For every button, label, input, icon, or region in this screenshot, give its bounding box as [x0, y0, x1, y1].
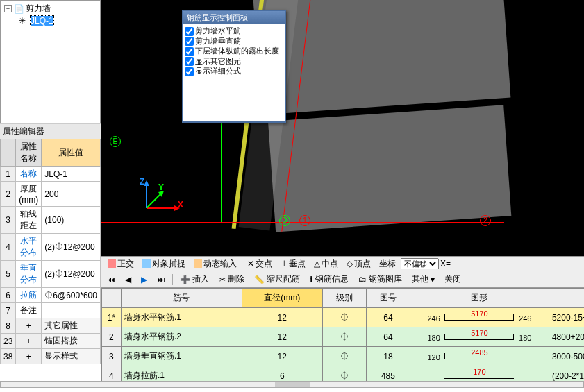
drawing-canvas[interactable]: 1 2 E D 1 2 5000 X Y Z [101, 0, 584, 256]
prop-name[interactable]: 水平分布 [16, 234, 42, 261]
grid-bubble-r1: 1 [299, 215, 310, 226]
snap-coord[interactable]: 坐标 [376, 257, 399, 271]
snap-mid[interactable]: △ 中点 [310, 257, 342, 271]
rebar-toolbar: ⏮ ◀ ▶ ⏭ ➕插入 ✂删除 📏缩尺配筋 ℹ钢筋信息 🗂钢筋图库 其他▾ 关闭 [101, 271, 584, 288]
col-blank [1, 139, 16, 167]
nav-next-button[interactable]: ▶ [138, 274, 150, 285]
rebar-level[interactable]: ⏀ [322, 347, 366, 366]
prop-name[interactable]: 厚度(mm) [16, 182, 42, 207]
tree-child-label: JLQ-1 [31, 16, 53, 26]
rebar-formula[interactable]: 3000-500-15+10*d [549, 347, 584, 366]
panel-checkbox[interactable]: 剪力墙水平筋 [185, 26, 283, 36]
rebar-level[interactable]: ⏀ [322, 308, 366, 327]
axis-x: X [178, 200, 183, 210]
component-tree[interactable]: − 📄 剪力墙 ✳ JLQ-1 [0, 0, 101, 123]
lib-button[interactable]: 🗂钢筋图库 [356, 273, 405, 286]
tree-node-root[interactable]: − 📄 剪力墙 [2, 2, 99, 15]
rebar-name[interactable]: 墙身垂直钢筋.1 [121, 347, 242, 366]
rebar-level[interactable]: ⏀ [322, 327, 366, 347]
rebar-code[interactable]: 64 [366, 327, 410, 347]
rebar-name[interactable]: 墙身水平钢筋.2 [121, 327, 242, 347]
axis-z: Z [140, 177, 144, 187]
expand-icon[interactable]: + [16, 349, 42, 364]
rebar-formula[interactable]: 5200-15+41*d/2-15+41*d/2 [549, 308, 584, 327]
h-scrollbar[interactable] [0, 381, 584, 388]
rebar-dia[interactable]: 12 [242, 327, 322, 347]
prop-val[interactable]: (100) [42, 207, 101, 234]
panel-checkbox[interactable]: 显示其它图元 [185, 56, 283, 67]
snap-perp[interactable]: ⊥ 垂点 [277, 257, 309, 271]
rebar-dia[interactable]: 12 [242, 308, 322, 327]
panel-checkbox[interactable]: 下层墙体纵筋的露出长度 [185, 46, 283, 56]
delete-button[interactable]: ✂删除 [216, 273, 247, 286]
prop-val[interactable] [42, 303, 101, 318]
scale-button[interactable]: 📏缩尺配筋 [251, 273, 303, 286]
prop-name[interactable]: 轴线距左 [16, 207, 42, 234]
nav-first-button[interactable]: ⏮ [104, 274, 118, 285]
rebar-shape[interactable]: 246 5170 246 [410, 308, 549, 327]
rebar-shape[interactable]: 120 2485 [410, 347, 549, 366]
grid-bubble-D: D [279, 215, 290, 226]
tree-node-jlq1[interactable]: ✳ JLQ-1 [2, 15, 99, 26]
insert-button[interactable]: ➕插入 [177, 273, 212, 286]
snap-vertex[interactable]: ◇ 顶点 [343, 257, 374, 271]
coord-x-label: X= [440, 259, 451, 269]
col-prop-val: 属性值 [42, 139, 101, 167]
ortho-button[interactable]: 正交 [104, 257, 137, 271]
expand-icon[interactable]: + [16, 334, 42, 349]
other-button[interactable]: 其他▾ [409, 273, 437, 286]
info-button[interactable]: ℹ钢筋信息 [307, 273, 351, 286]
rebar-code[interactable]: 18 [366, 347, 410, 366]
rebar-table[interactable]: 筋号 直径(mm) 级别 图号 图形 计算公式 1* 墙身水平钢筋.1 12 ⏀… [101, 288, 584, 392]
svg-line-4 [147, 194, 160, 208]
close-button[interactable]: 关闭 [442, 273, 464, 286]
tree-collapse-icon[interactable]: − [4, 5, 12, 12]
gear-icon: ✳ [19, 16, 28, 26]
prop-name[interactable]: 名称 [16, 167, 42, 182]
rebar-name[interactable]: 墙身水平钢筋.1 [121, 308, 242, 327]
nav-last-button[interactable]: ⏭ [154, 274, 168, 285]
grid-bubble-E: E [110, 136, 121, 147]
osnap-button[interactable]: 对象捕捉 [139, 257, 189, 271]
tree-root-label: 剪力墙 [26, 3, 51, 15]
property-editor-title: 属性编辑器 [0, 123, 101, 139]
grid-bubble-r2: 2 [480, 215, 491, 226]
dyninput-button[interactable]: 动态输入 [190, 257, 240, 271]
snap-toolbar: 正交 对象捕捉 动态输入 ✕ 交点 ⊥ 垂点 △ 中点 ◇ 顶点 坐标 不偏移 … [101, 256, 584, 271]
prop-name[interactable]: 备注 [16, 303, 42, 318]
prop-group[interactable]: 锚固搭接 [42, 334, 101, 349]
panel-title[interactable]: 钢筋显示控制面板 [183, 11, 285, 24]
expand-icon[interactable]: + [16, 318, 42, 334]
prop-group[interactable]: 其它属性 [42, 318, 101, 334]
rebar-formula[interactable]: 4800+200-15+15*d+200-15+15*d [549, 327, 584, 347]
prop-group[interactable]: 显示样式 [42, 349, 101, 364]
panel-checkbox[interactable]: 剪力墙垂直筋 [185, 36, 283, 46]
prop-val[interactable]: (2)⏀12@200 [42, 234, 101, 261]
rebar-dia[interactable]: 12 [242, 347, 322, 366]
nav-prev-button[interactable]: ◀ [122, 274, 134, 285]
panel-checkbox[interactable]: 显示详细公式 [185, 66, 283, 76]
prop-name[interactable]: 拉筋 [16, 288, 42, 303]
axis-y: Y [158, 182, 164, 192]
prop-val[interactable]: 200 [42, 182, 101, 207]
rebar-display-panel[interactable]: 钢筋显示控制面板 剪力墙水平筋剪力墙垂直筋下层墙体纵筋的露出长度显示其它图元显示… [182, 10, 286, 123]
folder-icon: 📄 [14, 4, 24, 14]
rebar-shape[interactable]: 180 5170 180 [410, 327, 549, 347]
offset-select[interactable]: 不偏移 [401, 258, 439, 269]
col-prop-name: 属性名称 [16, 139, 42, 167]
snap-intersection[interactable]: ✕ 交点 [244, 257, 276, 271]
prop-name[interactable]: 垂直分布 [16, 261, 42, 288]
rebar-code[interactable]: 64 [366, 308, 410, 327]
property-editor[interactable]: 属性名称 属性值 1 名称 JLQ-12 厚度(mm) 2003 轴线距左 (1… [0, 139, 101, 392]
prop-val[interactable]: ⏀6@600*600 [42, 288, 101, 303]
prop-val[interactable]: JLQ-1 [42, 167, 101, 182]
prop-val[interactable]: (2)⏀12@200 [42, 261, 101, 288]
